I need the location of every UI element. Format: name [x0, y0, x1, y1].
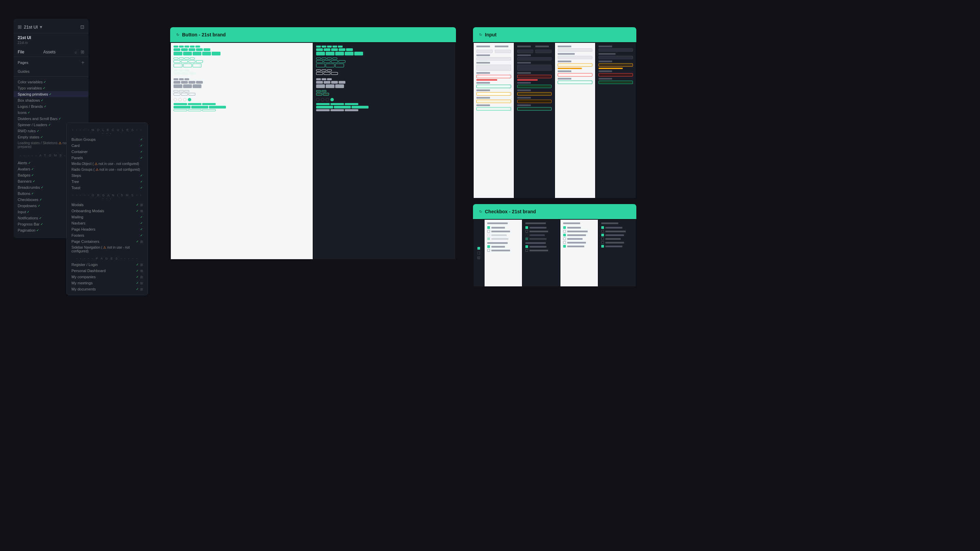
button-preview-dark: [313, 43, 455, 259]
input-card-header: ↻ Input: [473, 27, 636, 42]
search-icon[interactable]: ⌕: [75, 49, 77, 54]
mol-button-groups[interactable]: Button Groups✓: [67, 137, 148, 143]
molecules-section-label: - - - - - M O L E C U L E S - - - - -: [67, 125, 148, 137]
mol-navbars[interactable]: Navbars✓: [67, 220, 148, 226]
checkbox-preview-light-2: [560, 220, 598, 286]
mol-onboarding-modals[interactable]: Onboarding Modals✓⊞: [67, 208, 148, 214]
app-name: 21st UI: [14, 33, 89, 41]
button-card-title: Button - 21st brand: [182, 32, 226, 37]
checkbox-preview-dark: [523, 220, 560, 286]
input-preview-light-2: [555, 43, 595, 198]
mol-container[interactable]: Container✓: [67, 149, 148, 155]
mol-page-containers[interactable]: Page Containers✓⊞: [67, 238, 148, 245]
input-preview-dark-2: [596, 43, 636, 198]
grid-icon[interactable]: ⊞: [81, 49, 84, 54]
page-personal-dashboard[interactable]: Personal Dashboard✓⊞: [67, 268, 148, 274]
layout-icon[interactable]: ⊡: [80, 24, 84, 30]
app-url: 21st.io: [14, 41, 89, 47]
mol-sidebar-navigation[interactable]: Sidebar Navigation ( ⚠ not in use - not …: [67, 245, 148, 254]
input-card-title: Input: [485, 32, 496, 37]
page-my-documents[interactable]: My documents✓⊞: [67, 286, 148, 292]
mol-toast[interactable]: Toast✓: [67, 185, 148, 191]
checkbox-preview-dark-2: [598, 220, 636, 286]
mol-card[interactable]: Card✓: [67, 143, 148, 149]
input-preview-light: [474, 43, 514, 198]
mol-page-headers[interactable]: Page Headers✓: [67, 226, 148, 232]
page-item-guides[interactable]: Guides: [14, 68, 89, 75]
mol-panels[interactable]: Panels✓: [67, 155, 148, 161]
button-card-header: ↻ Button - 21st brand: [170, 27, 456, 42]
pages-section-label-mol: - - - - - P A G E S - - - - -: [67, 254, 148, 262]
checkbox-card-refresh-icon[interactable]: ↻: [479, 210, 482, 214]
page-item-logos-brands[interactable]: Logos / Brands✓: [14, 103, 89, 110]
page-item-box-shadows[interactable]: Box shadows✓: [14, 97, 89, 103]
panel-tabs: File Assets ⌕ ⊞: [14, 47, 89, 57]
checkbox-preview-light: [485, 220, 522, 286]
panel-arrow-icon[interactable]: ▾: [40, 24, 42, 30]
page-item-dividers[interactable]: Dividers and Scroll Bars✓: [14, 116, 89, 122]
page-item-spacing-primitives[interactable]: Spacing primitives✓: [14, 91, 89, 97]
mol-steps[interactable]: Steps✓: [67, 172, 148, 179]
page-my-companies[interactable]: My companies✓⊞: [67, 274, 148, 280]
checkbox-card-header: ↻ Checkbox - 21st brand: [473, 204, 636, 219]
page-register-login[interactable]: Register / Login✓⊞: [67, 262, 148, 268]
checkbox-card-title: Checkbox - 21st brand: [485, 209, 536, 214]
mol-footers[interactable]: Footers✓: [67, 232, 148, 238]
panel-title: 21st UI: [24, 24, 38, 30]
button-card: ↻ Button - 21st brand: [170, 27, 456, 260]
checkbox-card-preview: [473, 219, 636, 287]
mol-tree[interactable]: Tree✓: [67, 179, 148, 185]
input-card: ↻ Input: [473, 27, 636, 198]
organisms-section-label: - - - - - O R G A N I S M S - - - - -: [67, 191, 148, 202]
mol-mailing[interactable]: Mailing✓: [67, 214, 148, 220]
page-item-icons[interactable]: Icons✓: [14, 110, 89, 116]
page-my-meetings[interactable]: My meetings✓⊞: [67, 280, 148, 286]
mol-modals[interactable]: Modals✓⊞: [67, 202, 148, 208]
input-card-preview: [473, 42, 636, 198]
page-item-color-variables[interactable]: Color variables✓: [14, 79, 89, 85]
button-card-preview: [170, 42, 456, 260]
mol-radio-groups[interactable]: Radio Groups ( ⚠ not in use - not config…: [67, 167, 148, 172]
pages-label: Pages: [18, 60, 28, 65]
panel-header: ⊞ 21st UI ▾ ⊡: [14, 22, 89, 33]
input-card-refresh-icon[interactable]: ↻: [479, 33, 482, 37]
tab-file[interactable]: File: [18, 50, 24, 54]
input-preview-dark: [514, 43, 555, 198]
pages-section-header: Pages +: [14, 57, 89, 67]
tab-assets[interactable]: Assets: [43, 50, 56, 54]
button-card-refresh-icon[interactable]: ↻: [176, 33, 179, 37]
mol-media-object[interactable]: Media Object ( ⚠ not in use - not config…: [67, 161, 148, 167]
page-item-typo-variables[interactable]: Typo variables✓: [14, 85, 89, 91]
checkbox-card: ↻ Checkbox - 21st brand: [473, 204, 636, 287]
button-preview-light: [171, 43, 313, 259]
pages-add-button[interactable]: +: [81, 60, 84, 66]
panel-menu-icon[interactable]: ⊞: [18, 24, 22, 30]
molecules-panel: - - - - - M O L E C U L E S - - - - - Bu…: [66, 122, 148, 295]
